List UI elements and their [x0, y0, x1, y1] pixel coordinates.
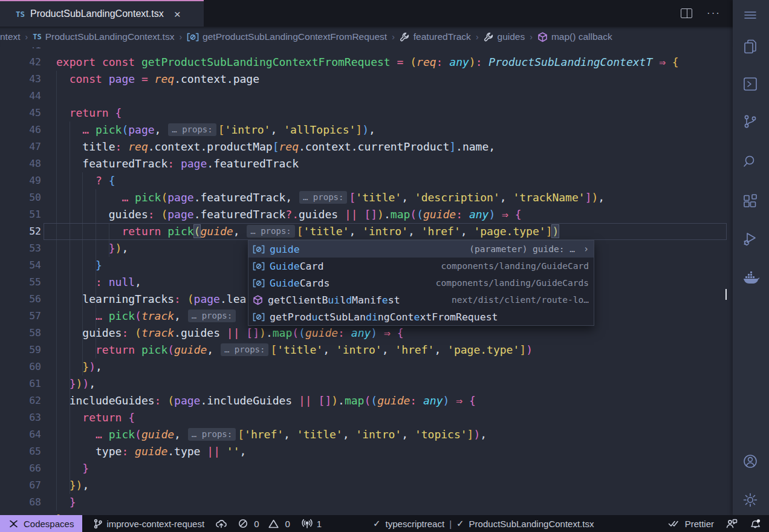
code-editor[interactable]: 4142export const getProductSubLandingCon… — [0, 47, 733, 515]
code-line-45[interactable]: 45 return { — [0, 105, 733, 122]
explorer-icon[interactable] — [742, 39, 759, 56]
line-content: learningTracks: (page.lea — [56, 291, 246, 308]
suggest-item[interactable]: GuideCardscomponents/landing/GuideCards — [248, 274, 594, 291]
line-content: })), — [56, 375, 96, 392]
more-actions-icon[interactable]: ··· — [707, 7, 721, 19]
menu-icon[interactable] — [742, 7, 759, 24]
language-label: typescriptreact — [386, 519, 445, 529]
breadcrumb-label: guides — [498, 31, 525, 42]
suggest-item[interactable]: getClientBuildManifestnext/dist/client/r… — [248, 291, 594, 308]
code-line-59[interactable]: 59 return pick(guide, … props:['title', … — [0, 342, 733, 358]
problems-item[interactable]: 0 0 — [238, 519, 290, 529]
tab-bar: TS ProductSubLandingContext.tsx × ··· — [0, 0, 733, 27]
tab-productsublandingcontext[interactable]: TS ProductSubLandingContext.tsx × — [0, 0, 204, 27]
terminal-icon[interactable] — [742, 76, 759, 93]
breadcrumb-item-productsublandingcontext-tsx[interactable]: TSProductSubLandingContext.tsx — [33, 31, 174, 42]
breadcrumb-label: ntext — [0, 31, 21, 42]
docker-icon[interactable] — [742, 270, 759, 287]
search-icon[interactable] — [742, 154, 759, 170]
suggest-label: getClientBuildManifest — [268, 294, 400, 306]
activity-bar — [733, 0, 769, 515]
code-line-43[interactable]: 43 const page = req.context.page — [0, 71, 733, 88]
code-line-68[interactable]: 68 } — [0, 494, 733, 511]
code-line-61[interactable]: 61 })), — [0, 375, 733, 392]
line-number: 59 — [0, 342, 41, 358]
code-line-49[interactable]: 49 ? { — [0, 172, 733, 189]
line-content: return pick(guide, … props:['title', 'in… — [56, 223, 559, 240]
ports-count: 1 — [317, 519, 322, 529]
bell-icon[interactable] — [750, 519, 761, 529]
inlay-hint: … props: — [299, 191, 347, 204]
symbol-misc-icon — [253, 262, 265, 271]
inlay-hint: … props: — [221, 343, 268, 356]
code-line-44[interactable]: 44 — [0, 88, 733, 105]
file-info-item[interactable]: ✓ typescriptreact | ✓ ProductSubLandingC… — [373, 518, 594, 529]
tab-close-icon[interactable]: × — [174, 8, 181, 20]
ports-item[interactable]: 1 — [301, 519, 322, 529]
debug-icon[interactable] — [742, 231, 759, 248]
line-number: 41 — [0, 47, 41, 54]
wrench-icon — [484, 32, 494, 42]
breadcrumb-item-map-callback[interactable]: map() callback — [537, 31, 612, 42]
code-line-42[interactable]: 42export const getProductSubLandingConte… — [0, 54, 733, 71]
code-line-63[interactable]: 63 return { — [0, 409, 733, 426]
code-line-46[interactable]: 46 … pick(page, … props:['intro', 'allTo… — [0, 122, 733, 138]
extensions-icon[interactable] — [742, 193, 759, 210]
line-content: } — [56, 257, 102, 274]
line-number: 57 — [0, 308, 41, 325]
autocomplete-popup[interactable]: guide(parameter) guide: …›GuideCardcompo… — [248, 240, 594, 326]
code-line-60[interactable]: 60 }), — [0, 358, 733, 375]
code-line-67[interactable]: 67 }), — [0, 477, 733, 494]
line-content: … pick(track, … props: — [56, 308, 238, 325]
code-line-66[interactable]: 66 } — [0, 460, 733, 477]
code-line-41[interactable]: 41 — [0, 47, 733, 54]
warning-icon — [268, 519, 279, 528]
line-number: 48 — [0, 155, 41, 172]
breadcrumb-item-featuredtrack[interactable]: featuredTrack — [400, 31, 471, 42]
line-number: 60 — [0, 358, 41, 375]
account-icon[interactable] — [742, 453, 759, 470]
line-content: return pick(guide, … props:['title', 'in… — [56, 342, 533, 358]
source-control-icon[interactable] — [742, 114, 759, 131]
split-editor-icon[interactable] — [681, 8, 692, 18]
code-line-58[interactable]: 58 guides: (track.guides || []).map((gui… — [0, 325, 733, 342]
line-content: } — [56, 460, 89, 477]
suggest-item[interactable]: getProductSubLandingContextFromRequest — [248, 308, 594, 325]
feedback-icon[interactable] — [726, 519, 738, 528]
line-number: 66 — [0, 460, 41, 477]
line-number: 51 — [0, 206, 41, 223]
suggest-item[interactable]: guide(parameter) guide: …› — [248, 241, 594, 258]
breadcrumb-item-getproductsublandingcontextfromrequest[interactable]: getProductSubLandingContextFromRequest — [187, 31, 387, 42]
suggest-label: getProductSubLandingContextFromRequest — [270, 311, 498, 323]
remote-indicator-badge[interactable]: Codespaces — [0, 515, 82, 532]
line-number: 56 — [0, 291, 41, 308]
code-line-48[interactable]: 48 featuredTrack: page.featuredTrack — [0, 155, 733, 172]
breadcrumb-item-guides[interactable]: guides — [484, 31, 525, 42]
line-number: 52 — [0, 223, 41, 240]
suggest-item[interactable]: GuideCardcomponents/landing/GuideCard — [248, 258, 594, 274]
line-content: includeGuides: (page.includeGuides || []… — [56, 392, 476, 409]
code-line-65[interactable]: 65 type: guide.type || '', — [0, 443, 733, 460]
line-number: 43 — [0, 71, 41, 88]
expand-docs-icon[interactable]: › — [583, 244, 589, 255]
line-content: guides: (track.guides || []).map((guide:… — [56, 325, 404, 342]
lang-check: ✓ — [373, 518, 381, 529]
line-content: … pick(guide, … props:['href', 'title', … — [56, 426, 487, 443]
branch-item[interactable]: improve-context-request — [93, 519, 204, 529]
breadcrumb-item-ntext[interactable]: ntext — [0, 31, 21, 42]
breadcrumb-separator: › — [475, 32, 479, 42]
line-content: const page = req.context.page — [56, 71, 259, 88]
code-line-62[interactable]: 62 includeGuides: (page.includeGuides ||… — [0, 392, 733, 409]
code-line-50[interactable]: 50 … pick(page.featuredTrack, … props:['… — [0, 189, 733, 206]
code-line-51[interactable]: 51 guides: (page.featuredTrack?.guides |… — [0, 206, 733, 223]
code-line-64[interactable]: 64 … pick(guide, … props:['href', 'title… — [0, 426, 733, 443]
formatter-item[interactable]: Prettier — [668, 519, 714, 529]
code-line-69[interactable]: 69} — [0, 511, 733, 515]
code-line-47[interactable]: 47 title: req.context.productMap[req.con… — [0, 138, 733, 155]
ts-icon: TS — [33, 33, 41, 41]
settings-icon[interactable] — [742, 492, 759, 509]
breadcrumb-separator: › — [178, 32, 183, 42]
sync-item[interactable] — [215, 519, 227, 528]
code-line-52[interactable]: 52 return pick(guide, … props:['title', … — [0, 223, 733, 240]
double-check-icon — [668, 519, 681, 528]
